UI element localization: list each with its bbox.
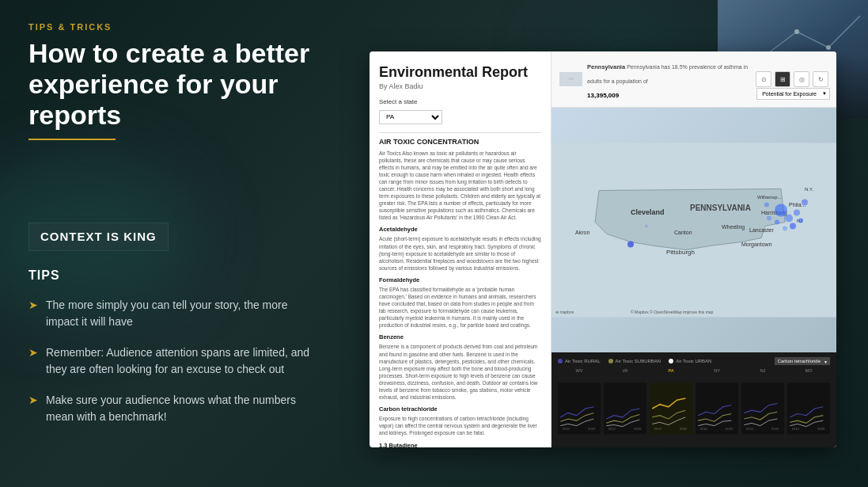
report-container: Environmental Report By Alex Badiu Selec… [370, 4, 860, 471]
svg-text:2010: 2010 [562, 427, 570, 431]
svg-text:Morgantown: Morgantown [741, 242, 772, 248]
report-state-select[interactable]: PA VA NY WV [379, 110, 442, 124]
chart-ny-label: NY [696, 368, 738, 373]
chart-ny-canvas: 2010 2020 [696, 375, 738, 443]
context-banner: CONTEXT IS KING [28, 223, 169, 251]
map-btn-4[interactable]: ↻ [813, 71, 828, 87]
chart-nj-label: NJ [741, 368, 784, 373]
report-card: Environmental Report By Alex Badiu Selec… [370, 51, 836, 447]
map-btn-1[interactable]: ⊙ [756, 71, 771, 87]
svg-point-32 [790, 223, 796, 230]
svg-text:PENNSYLVANIA: PENNSYLVANIA [690, 204, 751, 212]
svg-text:Lancaster: Lancaster [749, 227, 774, 233]
map-btn-3[interactable]: ◎ [794, 71, 809, 87]
dropdown-chevron-icon: ▼ [822, 91, 827, 96]
svg-point-30 [775, 220, 779, 225]
map-area[interactable]: Cleveland Akron PENNSYLVANIA Canton Pitt… [552, 108, 836, 352]
chart-dropdown[interactable]: Carbon tetrachloride ▼ [775, 357, 830, 365]
svg-text:2020: 2020 [634, 427, 642, 431]
legend-rural: Air Toxic RURAL [558, 359, 601, 363]
tips-section-label: TIPS [28, 268, 312, 283]
tip-arrow-3: ➤ [28, 394, 38, 406]
chart-dropdown-label: Carbon tetrachloride [778, 359, 821, 363]
svg-text:2010: 2010 [745, 427, 753, 431]
chart-pa-label: PA [650, 368, 692, 373]
map-dropdown[interactable]: Potential for Exposure ▼ [756, 88, 830, 100]
report-sub2: Formaldehyde [379, 276, 541, 283]
chart-wv: WV 2010 2020 [558, 368, 601, 443]
svg-point-34 [767, 216, 771, 221]
tip-arrow-1: ➤ [28, 299, 38, 311]
svg-text:Cleveland: Cleveland [631, 208, 665, 216]
svg-point-27 [775, 204, 787, 217]
tip-item-2: ➤ Remember: Audience attention spans are… [28, 344, 312, 378]
pa-population: 13,395,009 [587, 92, 619, 99]
chart-mo: MO 2010 2020 [787, 368, 830, 443]
report-text2: The EPA has classified formaldehyde as a… [379, 286, 541, 329]
chart-va: VA 2010 2020 [604, 368, 646, 443]
svg-text:Akron: Akron [575, 230, 589, 235]
left-panel: TIPS & TRICKS How to create a better exp… [0, 0, 340, 487]
map-dropdown-label: Potential for Exposure [762, 91, 817, 97]
report-title: Environmental Report [379, 64, 541, 81]
svg-text:2020: 2020 [680, 427, 688, 431]
map-header-info: Pennsylvania Pennsylvania has 18.5% prev… [587, 58, 749, 101]
svg-text:2020: 2020 [588, 427, 596, 431]
report-text1: Acute (short-term) exposure to acetaldeh… [379, 235, 541, 271]
tip-text-2: Remember: Audience attention spans are l… [46, 344, 312, 378]
content-wrapper: TIPS & TRICKS How to create a better exp… [0, 0, 868, 487]
chart-nj-canvas: 2010 2020 [741, 375, 784, 443]
legend-suburban: Air Toxic SUBURBAN [608, 359, 661, 363]
chart-nj: NJ 2010 2020 [741, 368, 784, 443]
svg-point-33 [802, 200, 808, 206]
chart-wv-label: WV [558, 368, 601, 373]
tips-tricks-label: TIPS & TRICKS [28, 22, 312, 32]
svg-text:2020: 2020 [726, 427, 733, 431]
tip-item-1: ➤ The more simply you can tell your stor… [28, 297, 312, 330]
svg-text:Wheeling: Wheeling [722, 224, 745, 230]
map-svg: Cleveland Akron PENNSYLVANIA Canton Pitt… [552, 108, 836, 352]
svg-point-36 [783, 226, 787, 231]
main-title: How to create a better experience for yo… [28, 38, 312, 131]
report-text4: Exposure to high concentrations of carbo… [379, 415, 541, 436]
tip-arrow-2: ➤ [28, 346, 38, 359]
report-author: By Alex Badiu [379, 82, 541, 90]
report-sub4: Carbon tetrachloride [379, 405, 541, 413]
svg-text:Pittsburgh: Pittsburgh [666, 249, 695, 256]
tip-text-3: Make sure your audience knows what the n… [46, 392, 312, 425]
right-panel: Environmental Report By Alex Badiu Selec… [340, 0, 868, 487]
svg-text:US: US [569, 77, 574, 81]
chart-wv-canvas: 2010 2020 [558, 375, 601, 443]
chart-mo-label: MO [787, 368, 830, 373]
map-btn-2[interactable]: ⊞ [775, 71, 790, 87]
svg-point-38 [645, 225, 648, 228]
svg-text:N.Y.: N.Y. [805, 187, 813, 192]
svg-text:2010: 2010 [699, 427, 707, 431]
svg-point-29 [794, 210, 800, 216]
svg-text:2010: 2010 [654, 427, 661, 431]
report-sub1: Acetaldehyde [379, 226, 541, 233]
title-underline [28, 139, 116, 140]
map-header-buttons: ⊙ ⊞ ◎ ↻ [756, 71, 828, 87]
report-sub5: 1,3 Butadiene [379, 442, 541, 448]
report-sub3: Benzene [379, 333, 541, 341]
report-body-intro: Air Toxics Also known as toxic air pollu… [379, 150, 541, 222]
legend-urban: Air Toxic URBAN [669, 359, 711, 363]
report-right-column: US Pennsylvania Pennsylvania has 18.5% p… [552, 51, 836, 447]
tip-text-1: The more simply you can tell your story,… [46, 297, 312, 330]
chart-legend: Air Toxic RURAL Air Toxic SUBURBAN Air T… [558, 359, 711, 363]
mini-charts-row: WV 2010 2020 [558, 368, 830, 443]
report-section-heading: AIR TOXIC CONCENTRATION [379, 132, 541, 146]
chart-ny: NY 2010 2020 [696, 368, 738, 443]
legend-urban-label: Air Toxic URBAN [676, 359, 711, 363]
report-left-column: Environmental Report By Alex Badiu Selec… [370, 51, 552, 447]
legend-rural-label: Air Toxic RURAL [565, 359, 601, 363]
report-select-label: Select a state [379, 98, 541, 105]
chart-pa: PA 2010 2020 [650, 368, 692, 443]
chart-va-canvas: 2010 2020 [604, 375, 646, 443]
svg-text:Williamsp...: Williamsp... [757, 195, 782, 200]
charts-area: Air Toxic RURAL Air Toxic SUBURBAN Air T… [552, 352, 836, 447]
svg-text:⊕ mapbox: ⊕ mapbox [555, 310, 574, 314]
us-map-small-icon: US [559, 68, 582, 90]
context-banner-text: CONTEXT IS KING [40, 230, 157, 243]
